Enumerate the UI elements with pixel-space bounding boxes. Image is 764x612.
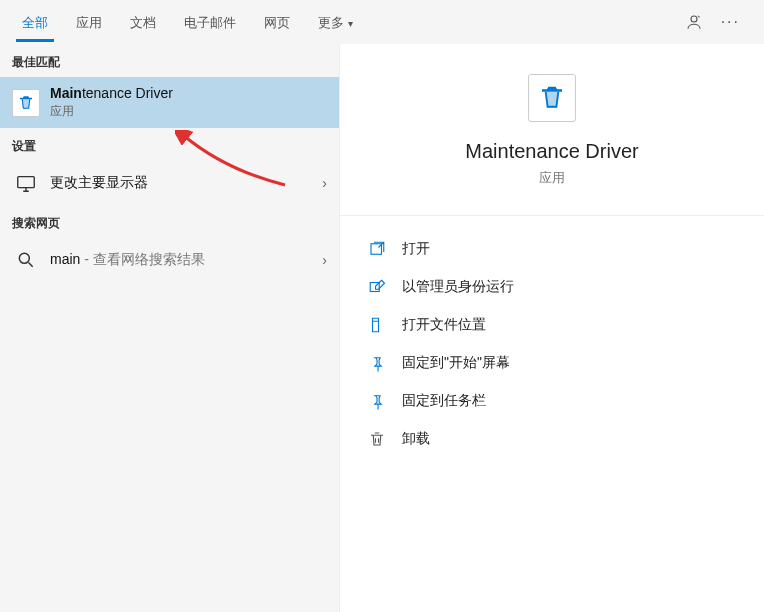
result-setting-display[interactable]: 更改主要显示器 › (0, 161, 339, 205)
actions-list: 打开 以管理员身份运行 打开文件位置 固定到"开始"屏幕 (340, 216, 764, 472)
more-options-icon[interactable]: ··· (721, 13, 740, 31)
svg-point-2 (19, 253, 29, 263)
chevron-right-icon: › (322, 175, 327, 191)
open-icon (366, 238, 388, 260)
results-panel: 最佳匹配 Maintenance Driver 应用 设置 更改主要显示器 › … (0, 44, 340, 612)
tab-more[interactable]: 更多▾ (304, 2, 367, 42)
section-best-match: 最佳匹配 (0, 44, 339, 77)
chevron-right-icon: › (322, 252, 327, 268)
action-pin-start[interactable]: 固定到"开始"屏幕 (360, 344, 744, 382)
section-settings: 设置 (0, 128, 339, 161)
result-title: Maintenance Driver (50, 85, 173, 101)
pin-icon (366, 352, 388, 374)
folder-icon (366, 314, 388, 336)
preview-panel: Maintenance Driver 应用 打开 以管理员身份运行 打开文件 (340, 44, 764, 612)
search-tabs: 全部 应用 文档 电子邮件 网页 更多▾ ··· (0, 0, 764, 44)
action-pin-taskbar[interactable]: 固定到任务栏 (360, 382, 744, 420)
result-title: 更改主要显示器 (50, 174, 148, 192)
tab-all[interactable]: 全部 (8, 2, 62, 42)
tab-email[interactable]: 电子邮件 (170, 2, 250, 42)
action-label: 固定到任务栏 (402, 392, 486, 410)
action-label: 打开 (402, 240, 430, 258)
trash-icon (366, 428, 388, 450)
action-open[interactable]: 打开 (360, 230, 744, 268)
action-label: 固定到"开始"屏幕 (402, 354, 510, 372)
admin-icon (366, 276, 388, 298)
pin-icon (366, 390, 388, 412)
action-label: 打开文件位置 (402, 316, 486, 334)
feedback-icon[interactable] (685, 13, 703, 31)
action-label: 卸载 (402, 430, 430, 448)
recycle-bin-icon (12, 89, 40, 117)
action-label: 以管理员身份运行 (402, 278, 514, 296)
result-title: main - 查看网络搜索结果 (50, 251, 205, 269)
result-subtitle: 应用 (50, 103, 173, 120)
search-icon (12, 246, 40, 274)
svg-point-0 (691, 16, 697, 22)
result-web-search[interactable]: main - 查看网络搜索结果 › (0, 238, 339, 282)
action-run-admin[interactable]: 以管理员身份运行 (360, 268, 744, 306)
section-search-web: 搜索网页 (0, 205, 339, 238)
preview-title: Maintenance Driver (465, 140, 638, 163)
svg-rect-1 (18, 177, 35, 188)
tab-apps[interactable]: 应用 (62, 2, 116, 42)
action-uninstall[interactable]: 卸载 (360, 420, 744, 458)
preview-subtitle: 应用 (539, 169, 565, 187)
recycle-bin-icon (528, 74, 576, 122)
tab-docs[interactable]: 文档 (116, 2, 170, 42)
action-open-location[interactable]: 打开文件位置 (360, 306, 744, 344)
monitor-icon (12, 169, 40, 197)
tab-web[interactable]: 网页 (250, 2, 304, 42)
chevron-down-icon: ▾ (348, 18, 353, 29)
result-best-match[interactable]: Maintenance Driver 应用 (0, 77, 339, 128)
